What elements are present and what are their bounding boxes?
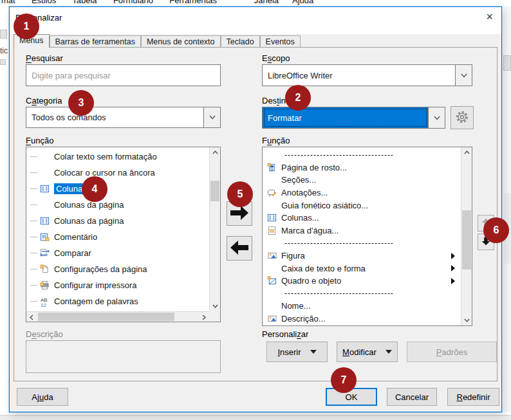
- word-count-icon: AB12: [39, 297, 50, 307]
- command-item[interactable]: Guia fonético asiático...: [263, 199, 461, 212]
- command-item[interactable]: Seções...: [263, 174, 461, 187]
- command-item[interactable]: Página de rosto...: [263, 161, 461, 174]
- command-item[interactable]: Descrição...: [263, 313, 461, 325]
- chevron-up-icon[interactable]: [461, 147, 472, 158]
- tree-guide: [30, 172, 37, 173]
- command-item[interactable]: Colunas da página: [26, 197, 209, 213]
- command-label: Configurações da página: [54, 264, 147, 274]
- chevron-down-icon[interactable]: [203, 107, 220, 127]
- step-badge-2: 2: [285, 85, 311, 111]
- vertical-scrollbar[interactable]: [209, 147, 220, 311]
- command-item[interactable]: Configurações da página: [26, 261, 209, 277]
- frame-icon: [266, 276, 277, 286]
- chevron-up-icon[interactable]: [210, 147, 221, 158]
- step-badge-4: 4: [82, 176, 107, 202]
- command-item[interactable]: Comparar: [26, 245, 209, 261]
- ok-button[interactable]: OK: [326, 388, 377, 406]
- command-item[interactable]: Colocar o cursor na âncora: [26, 165, 209, 181]
- chevron-down-icon[interactable]: [461, 315, 472, 325]
- horizontal-scrollbar[interactable]: [26, 311, 209, 322]
- background-fragment: [0, 59, 6, 65]
- comment-icon: [39, 232, 50, 242]
- scope-select[interactable]: LibreOffice Writer: [262, 64, 472, 86]
- scope-value: LibreOffice Writer: [263, 65, 455, 86]
- separator-item[interactable]: ----------------------------------: [263, 288, 461, 300]
- separator-dashes: ----------------------------------: [284, 239, 394, 248]
- svg-text:W: W: [269, 228, 274, 234]
- arrow-left-icon: [229, 239, 250, 258]
- button-label: Inserir: [277, 347, 301, 357]
- icon-slot: [266, 200, 277, 210]
- command-item[interactable]: Anotações...: [263, 187, 461, 199]
- dropdown-arrow-icon: [386, 350, 392, 354]
- scrollbar-corner: [209, 311, 220, 322]
- separator-item[interactable]: ----------------------------------: [263, 237, 461, 250]
- tab-menus-de-contexto[interactable]: Menus de contexto: [141, 35, 221, 48]
- command-label: Quadro e objeto: [281, 276, 341, 286]
- chevron-right-icon[interactable]: [199, 312, 209, 322]
- step-badge-5: 5: [227, 181, 253, 207]
- background-fragment: [503, 55, 511, 71]
- chevron-down-icon[interactable]: [455, 65, 472, 86]
- separator-item[interactable]: ----------------------------------: [263, 149, 461, 161]
- command-label: Seções...: [281, 175, 316, 185]
- search-label: Pesquisar: [26, 53, 63, 63]
- chevron-down-icon[interactable]: [428, 107, 445, 128]
- menu-content-list: ----------------------------------Página…: [263, 149, 461, 325]
- command-label: Colar texto sem formatação: [54, 152, 157, 161]
- command-item[interactable]: WMarca d'água...: [263, 224, 461, 237]
- gear-icon: [455, 110, 469, 126]
- command-label: Colunas...: [281, 213, 319, 223]
- inserir-button[interactable]: Inserir: [266, 342, 328, 362]
- vertical-scrollbar[interactable]: [461, 147, 472, 325]
- target-settings-button[interactable]: [451, 106, 474, 129]
- command-item[interactable]: Colar texto sem formatação: [26, 149, 209, 165]
- background-fragment: [0, 30, 7, 39]
- chevron-down-icon[interactable]: [210, 301, 221, 311]
- command-item[interactable]: AB12Contagem de palavras: [26, 293, 209, 309]
- command-item[interactable]: Colunas da página: [26, 213, 209, 229]
- command-item[interactable]: Colunas...: [263, 212, 461, 224]
- command-label: Colocar o cursor na âncora: [54, 168, 155, 178]
- customize-dialog: Personalizar × MenusBarras de ferramenta…: [9, 6, 502, 412]
- cancel-button[interactable]: Cancelar: [387, 388, 437, 406]
- chevron-left-icon[interactable]: [26, 312, 37, 322]
- reset-button[interactable]: Redefinir: [447, 388, 499, 406]
- tab-teclado[interactable]: Teclado: [221, 35, 260, 48]
- help-button[interactable]: Ajuda: [17, 388, 68, 406]
- tree-guide: [30, 205, 37, 205]
- background-window-fragment: tic: [0, 46, 8, 55]
- icon-slot: [266, 301, 277, 311]
- description-box: [26, 340, 221, 373]
- command-label: Comparar: [54, 248, 91, 258]
- scrollbar-thumb[interactable]: [210, 181, 219, 201]
- remove-command-button[interactable]: [227, 236, 252, 260]
- title-page-icon: [266, 162, 277, 172]
- padr-es-button: Padrões: [407, 342, 497, 362]
- command-item[interactable]: Quadro e objeto: [263, 275, 461, 288]
- command-item[interactable]: Configurar impressora: [26, 277, 209, 293]
- command-item[interactable]: Nome...: [263, 300, 461, 313]
- image-icon: [266, 251, 277, 261]
- command-item[interactable]: Figura: [263, 250, 461, 262]
- modificar-button[interactable]: Modificar: [337, 342, 398, 362]
- separator-dashes: ----------------------------------: [284, 289, 394, 298]
- page-settings-icon: [39, 264, 50, 275]
- command-item[interactable]: Colunas: [26, 181, 209, 197]
- tab-eventos[interactable]: Eventos: [260, 35, 301, 48]
- command-list: Colar texto sem formataçãoColocar o curs…: [26, 149, 209, 322]
- background-menubar-fragment: mat Estilos Tabela Formulário Ferramenta…: [1, 0, 313, 5]
- category-select[interactable]: Todos os comandos: [26, 107, 221, 128]
- customize-label: Personalizar: [262, 329, 308, 339]
- scrollbar-thumb[interactable]: [462, 210, 471, 269]
- tree-guide: [30, 285, 37, 286]
- command-item[interactable]: Caixa de texto e forma: [263, 262, 461, 275]
- tab-barras-de-ferramentas[interactable]: Barras de ferramentas: [50, 35, 141, 48]
- command-item[interactable]: Comentário: [26, 229, 209, 245]
- search-input[interactable]: [26, 64, 221, 86]
- close-icon[interactable]: ×: [486, 11, 493, 23]
- step-badge-3: 3: [68, 90, 94, 116]
- target-select[interactable]: Formatar: [262, 107, 445, 129]
- scrollbar-thumb[interactable]: [38, 313, 174, 321]
- step-badge-7: 7: [331, 367, 357, 393]
